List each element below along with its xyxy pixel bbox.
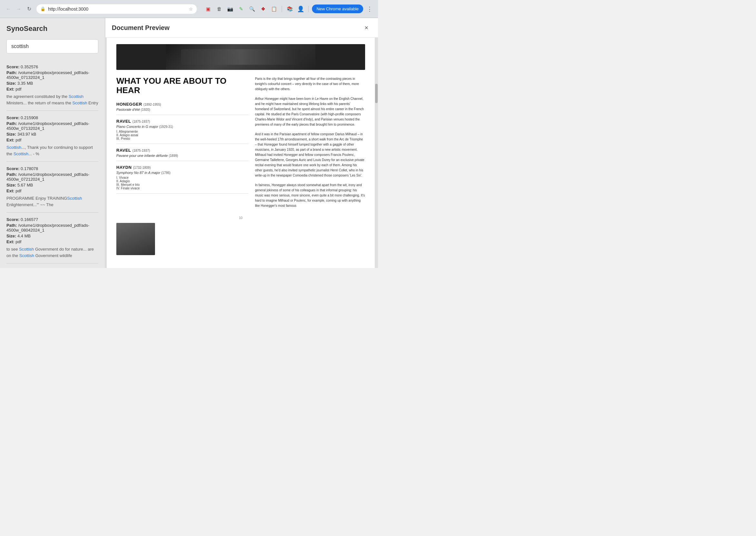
doc-bottom-portrait bbox=[116, 223, 155, 255]
doc-right-col: Paris is the city that brings together a… bbox=[255, 76, 365, 213]
preview-body: WHAT YOU ARE ABOUT TO HEAR HONEGGER (189… bbox=[105, 38, 378, 268]
composer-name-ravel-2: RAVEL (1875-1937) bbox=[116, 147, 249, 153]
result-ext: Ext: pdf bbox=[7, 188, 98, 193]
preview-header: Document Preview × bbox=[105, 18, 378, 38]
result-ext: Ext: pdf bbox=[7, 87, 98, 91]
preview-scroll-area[interactable]: WHAT YOU ARE ABOUT TO HEAR HONEGGER (189… bbox=[107, 38, 375, 268]
main-layout: SynoSearch Score: 0.352576 Path: /volume… bbox=[0, 18, 378, 268]
app-title: SynoSearch bbox=[7, 24, 98, 33]
body-paragraph-1: Arthur Honegger might have been born in … bbox=[255, 96, 365, 127]
nav-buttons: ← → ↻ bbox=[4, 5, 34, 14]
result-size: Size: 5.67 MB bbox=[7, 183, 98, 187]
composer-honegger: HONEGGER (1892-1955) Pastorale d'été (19… bbox=[116, 101, 249, 115]
highlight-text: Scottish bbox=[72, 100, 87, 105]
toolbar-icons: ▣ 🗑 📷 ✎ 🔍 ❖ 📋 📚 👤 New Chrome available ⋮ bbox=[204, 5, 374, 14]
result-snippet: the agreement constituted by the Scottis… bbox=[7, 93, 98, 106]
body-paragraph-3: In fairness, Honegger always stood somew… bbox=[255, 183, 365, 208]
profile-icon[interactable]: 👤 bbox=[296, 5, 305, 14]
result-card: Score: 0.166577 Path: /volume1/dropbox/p… bbox=[7, 213, 98, 263]
composer-haydn: HAYDN (1732-1809) Symphony No 87 in A ma… bbox=[116, 164, 249, 194]
reload-button[interactable]: ↻ bbox=[24, 5, 34, 14]
toolbar-divider bbox=[282, 6, 282, 12]
result-score: Score: 0.215908 bbox=[7, 115, 98, 120]
result-ext: Ext: pdf bbox=[7, 239, 98, 244]
result-size: Size: 343.97 kB bbox=[7, 132, 98, 137]
address-bar[interactable]: 🔒 http://localhost:3000 ☆ bbox=[36, 4, 197, 14]
highlight-text: Scottish bbox=[7, 145, 21, 150]
search-input[interactable] bbox=[7, 39, 98, 53]
preview-page: WHAT YOU ARE ABOUT TO HEAR HONEGGER (189… bbox=[107, 38, 375, 261]
intro-paragraph: Paris is the city that brings together a… bbox=[255, 76, 365, 92]
doc-main-title: WHAT YOU ARE ABOUT TO HEAR bbox=[116, 76, 249, 95]
page-number: 10 bbox=[116, 216, 365, 220]
left-panel: SynoSearch Score: 0.352576 Path: /volume… bbox=[0, 18, 105, 268]
scrollbar[interactable] bbox=[375, 38, 378, 268]
result-card: Score: 0.178078 Path: /volume1/dropbox/p… bbox=[7, 162, 98, 213]
more-menu-icon[interactable]: ⋮ bbox=[365, 5, 374, 14]
toolbar-divider-2 bbox=[308, 6, 309, 12]
clipboard-icon[interactable]: 📋 bbox=[269, 5, 278, 14]
screenshot-icon[interactable]: 📷 bbox=[225, 5, 235, 14]
composer-ravel-2: RAVEL (1875-1937) Pavane pour une infant… bbox=[116, 147, 249, 161]
downloads-icon[interactable]: 🗑 bbox=[215, 5, 223, 14]
result-ext: Ext: pdf bbox=[7, 138, 98, 142]
url-text: http://localhost:3000 bbox=[48, 7, 88, 12]
new-chrome-button[interactable]: New Chrome available bbox=[312, 5, 363, 13]
reader-icon[interactable]: 📚 bbox=[285, 5, 294, 14]
result-path: Path: /volume1/dropbox/processed_pdf/ads… bbox=[7, 172, 98, 182]
doc-two-col: WHAT YOU ARE ABOUT TO HEAR HONEGGER (189… bbox=[116, 76, 365, 213]
doc-header-image-inner bbox=[166, 44, 315, 70]
close-preview-button[interactable]: × bbox=[361, 22, 371, 33]
composer-name-ravel-1: RAVEL (1875-1937) bbox=[116, 118, 249, 124]
lock-icon: 🔒 bbox=[40, 7, 46, 11]
preview-title: Document Preview bbox=[112, 24, 169, 32]
result-score: Score: 0.178078 bbox=[7, 166, 98, 171]
extension-icon[interactable]: ❖ bbox=[258, 5, 267, 14]
result-score: Score: 0.166577 bbox=[7, 217, 98, 222]
edit-icon[interactable]: ✎ bbox=[236, 5, 246, 14]
result-path: Path: /volume1/dropbox/processed_pdf/ads… bbox=[7, 70, 98, 80]
movements-haydn: I. Vivace II. Adagio III. Menuet e trio … bbox=[116, 176, 249, 190]
back-button[interactable]: ← bbox=[4, 5, 13, 14]
forward-button[interactable]: → bbox=[14, 5, 23, 14]
scrollbar-thumb[interactable] bbox=[375, 84, 378, 103]
doc-header-image bbox=[116, 44, 365, 70]
movements-ravel-1: I. Allegramente II. Adagio assai III. Pr… bbox=[116, 130, 249, 141]
result-snippet: PROGRAMME Enjoy TRAININGScottish Enlight… bbox=[7, 195, 98, 208]
result-size: Size: 3.35 MB bbox=[7, 81, 98, 86]
search-icon[interactable]: 🔍 bbox=[248, 5, 257, 14]
document-preview-panel: Document Preview × bbox=[105, 18, 378, 268]
highlight-text: Scottish bbox=[67, 196, 82, 201]
result-snippet: Scottish..., Thank you for continuing to… bbox=[7, 144, 98, 157]
browser-chrome: ← → ↻ 🔒 http://localhost:3000 ☆ ▣ 🗑 📷 ✎ … bbox=[0, 0, 378, 18]
result-path: Path: /volume1/dropbox/processed_pdf/ads… bbox=[7, 223, 98, 233]
result-card: Score: 0.352576 Path: /volume1/dropbox/p… bbox=[7, 60, 98, 111]
composer-name-honegger: HONEGGER (1892-1955) bbox=[116, 101, 249, 107]
drum-image-placeholder bbox=[181, 49, 301, 65]
highlight-text: Scottish bbox=[69, 94, 84, 99]
composer-ravel-1: RAVEL (1875-1937) Piano Concerto in G ma… bbox=[116, 118, 249, 144]
highlight-text: Scottish bbox=[14, 151, 28, 156]
bookmark-icon: ☆ bbox=[189, 7, 193, 12]
cast-icon[interactable]: ▣ bbox=[204, 5, 213, 14]
body-paragraph-2: And it was in the Parisian apartment of … bbox=[255, 132, 365, 178]
composer-name-haydn: HAYDN (1732-1809) bbox=[116, 164, 249, 170]
result-path: Path: /volume1/dropbox/processed_pdf/ads… bbox=[7, 121, 98, 131]
highlight-text: Scottish bbox=[19, 253, 34, 258]
result-card: Score: 0.215908 Path: /volume1/dropbox/p… bbox=[7, 111, 98, 162]
highlight-text: Scottish bbox=[19, 247, 34, 251]
result-snippet: to see Scottish Government do for nature… bbox=[7, 246, 98, 259]
result-score: Score: 0.352576 bbox=[7, 64, 98, 69]
doc-left-col: WHAT YOU ARE ABOUT TO HEAR HONEGGER (189… bbox=[116, 76, 249, 197]
result-size: Size: 4.4 MB bbox=[7, 234, 98, 238]
